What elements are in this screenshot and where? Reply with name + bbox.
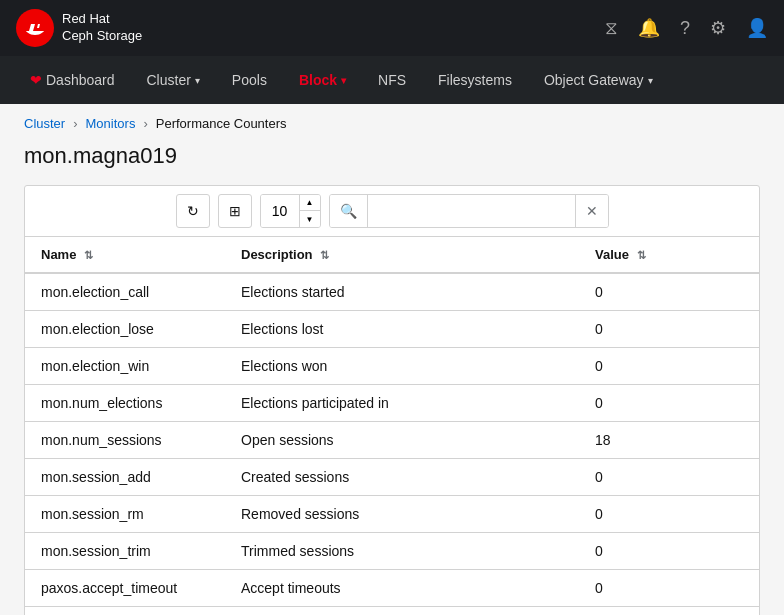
- search-button[interactable]: 🔍: [330, 195, 368, 227]
- table-body: mon.election_call Elections started 0 mo…: [25, 273, 759, 615]
- cell-value-1: 0: [579, 311, 759, 348]
- search-icon: 🔍: [340, 203, 357, 219]
- tasks-icon[interactable]: ⧖: [605, 18, 618, 39]
- cell-name-1: mon.election_lose: [25, 311, 225, 348]
- cell-description-7: Trimmed sessions: [225, 533, 579, 570]
- table-row: mon.session_rm Removed sessions 0: [25, 496, 759, 533]
- nav-filesystems[interactable]: Filesystems: [424, 64, 526, 96]
- nav-block[interactable]: Block ▾: [285, 64, 360, 96]
- name-sort-icon: ⇅: [84, 249, 93, 261]
- bell-icon[interactable]: 🔔: [638, 17, 660, 39]
- cell-value-7: 0: [579, 533, 759, 570]
- cell-description-9: Started and handled begins: [225, 607, 579, 616]
- cluster-dropdown-icon: ▾: [195, 75, 200, 86]
- value-sort-icon: ⇅: [637, 249, 646, 261]
- cell-name-0: mon.election_call: [25, 273, 225, 311]
- nav-dashboard[interactable]: ❤ Dashboard: [16, 64, 129, 96]
- breadcrumb-monitors[interactable]: Monitors: [86, 116, 136, 131]
- cell-name-7: mon.session_trim: [25, 533, 225, 570]
- nav-pools[interactable]: Pools: [218, 64, 281, 96]
- table-row: mon.session_trim Trimmed sessions 0: [25, 533, 759, 570]
- topnav-icons: ⧖ 🔔 ? ⚙ 👤: [605, 17, 768, 39]
- performance-counters-table-container: ↻ ⊞ ▲ ▼ 🔍 ✕: [24, 185, 760, 615]
- refresh-button[interactable]: ↻: [176, 194, 210, 228]
- cell-description-4: Open sessions: [225, 422, 579, 459]
- page-title: mon.magna019: [24, 143, 760, 169]
- heart-icon: ❤: [30, 72, 42, 88]
- cell-description-3: Elections participated in: [225, 385, 579, 422]
- breadcrumb-cluster[interactable]: Cluster: [24, 116, 65, 131]
- cell-name-6: mon.session_rm: [25, 496, 225, 533]
- breadcrumb-sep-2: ›: [143, 116, 147, 131]
- table-row: mon.num_sessions Open sessions 18: [25, 422, 759, 459]
- page-content: mon.magna019 ↻ ⊞ ▲ ▼ 🔍: [0, 143, 784, 615]
- block-dropdown-icon: ▾: [341, 75, 346, 86]
- brand-logo[interactable]: Red Hat Ceph Storage: [16, 9, 142, 47]
- table-row: mon.num_elections Elections participated…: [25, 385, 759, 422]
- nav-nfs[interactable]: NFS: [364, 64, 420, 96]
- redhat-logo-icon: [16, 9, 54, 47]
- cell-value-8: 0: [579, 570, 759, 607]
- cell-name-9: paxos.begin: [25, 607, 225, 616]
- cell-description-6: Removed sessions: [225, 496, 579, 533]
- cell-description-8: Accept timeouts: [225, 570, 579, 607]
- table-row: paxos.begin Started and handled begins 0…: [25, 607, 759, 616]
- grid-icon: ⊞: [229, 203, 241, 219]
- column-header-description[interactable]: Description ⇅: [225, 237, 579, 273]
- cell-value-0: 0: [579, 273, 759, 311]
- cell-value-9: 0.6: [579, 607, 759, 616]
- table-row: paxos.accept_timeout Accept timeouts 0: [25, 570, 759, 607]
- cell-name-3: mon.num_elections: [25, 385, 225, 422]
- performance-table: Name ⇅ Description ⇅ Value ⇅ mon.electio…: [25, 237, 759, 615]
- table-row: mon.session_add Created sessions 0: [25, 459, 759, 496]
- help-icon[interactable]: ?: [680, 18, 690, 39]
- top-navbar: Red Hat Ceph Storage ⧖ 🔔 ? ⚙ 👤: [0, 0, 784, 56]
- cell-name-5: mon.session_add: [25, 459, 225, 496]
- breadcrumb-current: Performance Counters: [156, 116, 287, 131]
- cell-value-2: 0: [579, 348, 759, 385]
- cell-description-5: Created sessions: [225, 459, 579, 496]
- breadcrumb: Cluster › Monitors › Performance Counter…: [0, 104, 784, 143]
- clear-search-button[interactable]: ✕: [575, 195, 608, 227]
- table-toolbar: ↻ ⊞ ▲ ▼ 🔍 ✕: [25, 186, 759, 237]
- gear-icon[interactable]: ⚙: [710, 17, 726, 39]
- rows-decrease-button[interactable]: ▼: [300, 211, 320, 227]
- clear-icon: ✕: [586, 203, 598, 219]
- column-header-value[interactable]: Value ⇅: [579, 237, 759, 273]
- search-input[interactable]: [368, 195, 575, 227]
- table-row: mon.election_win Elections won 0: [25, 348, 759, 385]
- search-wrapper: 🔍 ✕: [329, 194, 609, 228]
- rows-per-page-control: ▲ ▼: [260, 194, 321, 228]
- cell-value-3: 0: [579, 385, 759, 422]
- grid-view-button[interactable]: ⊞: [218, 194, 252, 228]
- refresh-icon: ↻: [187, 203, 199, 219]
- main-navbar: ❤ Dashboard Cluster ▾ Pools Block ▾ NFS …: [0, 56, 784, 104]
- object-gateway-dropdown-icon: ▾: [648, 75, 653, 86]
- cell-description-0: Elections started: [225, 273, 579, 311]
- rows-increase-button[interactable]: ▲: [300, 195, 320, 211]
- nav-object-gateway[interactable]: Object Gateway ▾: [530, 64, 667, 96]
- table-row: mon.election_lose Elections lost 0: [25, 311, 759, 348]
- cell-name-4: mon.num_sessions: [25, 422, 225, 459]
- rows-per-page-input[interactable]: [261, 195, 299, 227]
- svg-point-0: [16, 9, 54, 47]
- cell-name-2: mon.election_win: [25, 348, 225, 385]
- cell-value-5: 0: [579, 459, 759, 496]
- user-icon[interactable]: 👤: [746, 17, 768, 39]
- cell-value-6: 0: [579, 496, 759, 533]
- nav-cluster[interactable]: Cluster ▾: [133, 64, 214, 96]
- rows-spinners: ▲ ▼: [299, 195, 320, 227]
- cell-name-8: paxos.accept_timeout: [25, 570, 225, 607]
- cell-description-1: Elections lost: [225, 311, 579, 348]
- cell-value-4: 18: [579, 422, 759, 459]
- cell-description-2: Elections won: [225, 348, 579, 385]
- column-header-name[interactable]: Name ⇅: [25, 237, 225, 273]
- description-sort-icon: ⇅: [320, 249, 329, 261]
- brand-text: Red Hat Ceph Storage: [62, 11, 142, 45]
- table-row: mon.election_call Elections started 0: [25, 273, 759, 311]
- breadcrumb-sep-1: ›: [73, 116, 77, 131]
- table-header-row: Name ⇅ Description ⇅ Value ⇅: [25, 237, 759, 273]
